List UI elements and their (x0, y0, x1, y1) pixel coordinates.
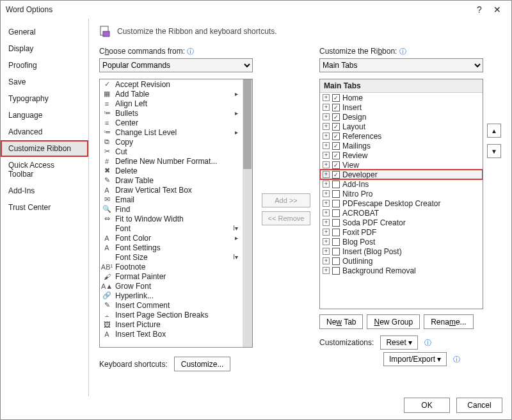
sidebar-item-proofing[interactable]: Proofing (1, 57, 88, 74)
tab-checkbox[interactable]: ✓ (332, 104, 340, 111)
tab-checkbox[interactable]: ✓ (332, 142, 340, 150)
expand-icon[interactable]: + (323, 181, 330, 188)
close-button[interactable]: ✕ (488, 4, 506, 15)
tab-checkbox[interactable]: ✓ (332, 152, 340, 159)
rename-button[interactable]: Rename... (424, 314, 473, 329)
command-item[interactable]: AB¹Footnote (100, 262, 252, 271)
info-icon[interactable]: ⓘ (399, 47, 406, 55)
commands-listbox[interactable]: ✓Accept Revision▦Add Table▸≡Align Left≔B… (99, 79, 253, 348)
tab-item-soda-pdf-creator[interactable]: +Soda PDF Creator (320, 218, 483, 227)
cancel-button[interactable]: Cancel (456, 398, 502, 413)
command-item[interactable]: AInsert Text Box (100, 329, 252, 339)
tab-checkbox[interactable] (332, 181, 340, 188)
choose-commands-combo[interactable]: Popular Commands (99, 58, 253, 72)
new-group-button[interactable]: New Group (367, 314, 420, 329)
tab-checkbox[interactable]: ✓ (332, 161, 340, 169)
scroll-thumb[interactable] (243, 79, 252, 169)
command-item[interactable]: ✎Draw Table (100, 175, 252, 185)
tab-checkbox[interactable] (332, 190, 340, 198)
tab-item-insert[interactable]: +✓Insert (320, 102, 483, 112)
ribbon-tabs-tree[interactable]: Main Tabs +✓Home+✓Insert+✓Design+✓Layout… (319, 79, 483, 309)
tab-checkbox[interactable] (332, 267, 340, 275)
tab-item-mailings[interactable]: +✓Mailings (320, 141, 483, 150)
expand-icon[interactable]: + (323, 248, 330, 255)
add-button[interactable]: Add >> (262, 193, 310, 207)
expand-icon[interactable]: + (323, 161, 330, 168)
command-item[interactable]: Font SizeI▾ (100, 252, 252, 262)
tab-checkbox[interactable] (332, 209, 340, 217)
tab-item-add-ins[interactable]: +Add-Ins (320, 179, 483, 189)
expand-icon[interactable]: + (323, 200, 330, 207)
scrollbar[interactable] (243, 79, 252, 347)
tab-item-layout[interactable]: +✓Layout (320, 122, 483, 131)
sidebar-item-customize-ribbon[interactable]: Customize Ribbon (1, 140, 88, 157)
tab-item-pdfescape-desktop-creator[interactable]: +PDFescape Desktop Creator (320, 198, 483, 208)
tab-checkbox[interactable]: ✓ (332, 94, 340, 102)
expand-icon[interactable]: + (323, 123, 330, 130)
tab-item-developer[interactable]: +✓Developer (320, 170, 483, 179)
expand-icon[interactable]: + (323, 104, 330, 111)
expand-icon[interactable]: + (323, 171, 330, 178)
remove-button[interactable]: << Remove (262, 211, 310, 225)
command-item[interactable]: 🔗Hyperlink... (100, 291, 252, 300)
tab-checkbox[interactable]: ✓ (332, 171, 340, 179)
help-button[interactable]: ? (470, 4, 488, 15)
command-item[interactable]: ≡Align Left (100, 99, 252, 108)
expand-icon[interactable]: + (323, 238, 330, 245)
command-item[interactable]: ADraw Vertical Text Box (100, 185, 252, 195)
expand-icon[interactable]: + (323, 219, 330, 226)
sidebar-item-advanced[interactable]: Advanced (1, 124, 88, 140)
new-tab-button[interactable]: New Tab (319, 314, 363, 329)
command-item[interactable]: A▲Grow Font (100, 281, 252, 291)
command-item[interactable]: ✉Email (100, 195, 252, 204)
tab-checkbox[interactable] (332, 219, 340, 227)
expand-icon[interactable]: + (323, 229, 330, 236)
command-item[interactable]: ✓Accept Revision (100, 79, 252, 89)
tab-item-acrobat[interactable]: +ACROBAT (320, 208, 483, 218)
sidebar-item-save[interactable]: Save (1, 74, 88, 90)
tab-item-background-removal[interactable]: +Background Removal (320, 266, 483, 275)
expand-icon[interactable]: + (323, 94, 330, 101)
ok-button[interactable]: OK (404, 398, 450, 413)
command-item[interactable]: ≔Bullets▸ (100, 108, 252, 118)
tab-item-review[interactable]: +✓Review (320, 150, 483, 160)
command-item[interactable]: ▦Add Table▸ (100, 89, 252, 99)
tab-item-design[interactable]: +✓Design (320, 112, 483, 122)
tab-item-references[interactable]: +✓References (320, 131, 483, 141)
command-item[interactable]: ⧉Copy (100, 137, 252, 147)
tab-item-outlining[interactable]: +Outlining (320, 256, 483, 266)
tab-item-nitro-pro[interactable]: +Nitro Pro (320, 189, 483, 198)
tab-checkbox[interactable] (332, 200, 340, 207)
move-down-button[interactable]: ▼ (487, 144, 501, 158)
tab-checkbox[interactable]: ✓ (332, 133, 340, 140)
sidebar-item-language[interactable]: Language (1, 107, 88, 124)
sidebar-item-quick-access-toolbar[interactable]: Quick Access Toolbar (1, 157, 88, 182)
tab-checkbox[interactable]: ✓ (332, 113, 340, 121)
sidebar-item-general[interactable]: General (1, 24, 88, 40)
command-item[interactable]: #Define New Number Format... (100, 156, 252, 166)
command-item[interactable]: ✎Insert Comment (100, 300, 252, 310)
info-icon[interactable]: ⓘ (453, 355, 460, 364)
move-up-button[interactable]: ▲ (487, 124, 501, 138)
expand-icon[interactable]: + (323, 190, 330, 197)
command-item[interactable]: AFont Color▸ (100, 233, 252, 243)
tab-item-foxit-pdf[interactable]: +Foxit PDF (320, 227, 483, 237)
tab-checkbox[interactable]: ✓ (332, 123, 340, 131)
tab-checkbox[interactable] (332, 229, 340, 236)
tab-checkbox[interactable] (332, 248, 340, 255)
tab-item-home[interactable]: +✓Home (320, 93, 483, 102)
sidebar-item-display[interactable]: Display (1, 40, 88, 57)
expand-icon[interactable]: + (323, 209, 330, 216)
tab-item-insert-blog-post-[interactable]: +Insert (Blog Post) (320, 246, 483, 256)
expand-icon[interactable]: + (323, 257, 330, 264)
customize-shortcuts-button[interactable]: Customize... (174, 357, 231, 371)
tab-checkbox[interactable] (332, 238, 340, 246)
expand-icon[interactable]: + (323, 142, 330, 149)
expand-icon[interactable]: + (323, 113, 330, 120)
tab-item-blog-post[interactable]: +Blog Post (320, 237, 483, 246)
expand-icon[interactable]: + (323, 152, 330, 159)
command-item[interactable]: ⫠Insert Page Section Breaks (100, 310, 252, 319)
tab-item-view[interactable]: +✓View (320, 160, 483, 170)
tab-checkbox[interactable] (332, 257, 340, 265)
sidebar-item-trust-center[interactable]: Trust Center (1, 199, 88, 216)
